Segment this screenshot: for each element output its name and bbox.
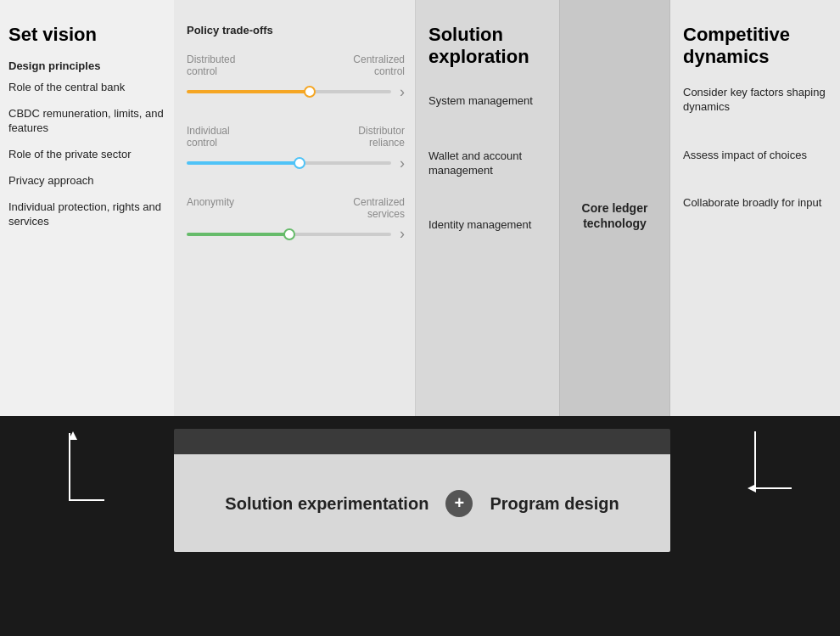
policy-title: Policy trade-offs (187, 24, 405, 37)
main-container: Set vision Design principles Role of the… (0, 0, 840, 416)
item-identity-management: Identity management (428, 218, 551, 233)
slider-labels-anonymity: Anonymity Centralized services (187, 196, 405, 221)
slider-track-container-anonymity: › (187, 225, 405, 243)
slider-labels-individual: Individual control Distributor reliance (187, 125, 405, 149)
col-core-ledger: Core ledger technology (560, 0, 670, 416)
slider-group-distributed: Distributed control Centralized control … (187, 53, 405, 101)
slider-group-individual: Individual control Distributor reliance … (187, 125, 405, 172)
col-competitive-dynamics: Competitive dynamics Consider key factor… (670, 0, 840, 416)
item-private-sector: Role of the private sector (8, 148, 165, 162)
item-protection: Individual protection, rights and servic… (8, 200, 165, 229)
slider-left-label-distributed: Distributed control (187, 53, 263, 78)
item-collaborate: Collaborate broadly for input (683, 196, 830, 211)
slider-right-label-individual: Distributor reliance (320, 125, 405, 149)
program-design-label: Program design (490, 493, 619, 514)
slider-track-blue[interactable] (187, 161, 391, 165)
bottom-box-inner: Solution experimentation + Program desig… (174, 454, 670, 552)
set-vision-title: Set vision (8, 24, 165, 46)
arrow-bottom-stub (69, 499, 104, 501)
bottom-box: Solution experimentation + Program desig… (174, 429, 670, 552)
arrow-left-container (748, 484, 792, 492)
slider-track-container-individual: › (187, 155, 405, 172)
arrow-left-line (756, 487, 792, 489)
chevron-right-icon-distributed: › (400, 83, 405, 101)
arrow-up-line (69, 433, 70, 501)
item-wallet-management: Wallet and account management (428, 149, 551, 178)
item-assess: Assess impact of choices (683, 149, 830, 163)
slider-track-green[interactable] (187, 233, 391, 236)
solution-title: Solution exploration (428, 24, 551, 69)
slider-group-anonymity: Anonymity Centralized services › (187, 196, 405, 244)
slider-labels-distributed: Distributed control Centralized control (187, 53, 405, 78)
plus-icon: + (445, 490, 473, 517)
col-solution-exploration: Solution exploration System management W… (416, 0, 560, 416)
slider-right-label-distributed: Centralized control (320, 53, 405, 78)
slider-thumb-blue[interactable] (294, 157, 305, 169)
slider-thumb-green[interactable] (283, 228, 295, 240)
chevron-right-icon-anonymity: › (400, 225, 405, 243)
solution-experimentation-label: Solution experimentation (225, 493, 428, 514)
competitive-title: Competitive dynamics (683, 24, 830, 69)
item-privacy: Privacy approach (8, 174, 165, 189)
col-set-vision: Set vision Design principles Role of the… (0, 0, 174, 416)
slider-left-label-anonymity: Anonymity (187, 196, 263, 208)
item-consider: Consider key factors shaping dynamics (683, 86, 830, 115)
arrow-left-head (748, 484, 756, 492)
slider-track-orange[interactable] (187, 90, 391, 93)
item-cbdc: CBDC remuneration, limits, and features (8, 107, 165, 136)
slider-right-label-anonymity: Centralized services (320, 196, 405, 221)
slider-track-container-distributed: › (187, 83, 405, 101)
design-principles-label: Design principles (8, 59, 165, 72)
right-vertical-stub (754, 431, 756, 486)
core-ledger-label: Core ledger technology (567, 200, 663, 231)
slider-thumb-orange[interactable] (304, 86, 316, 98)
chevron-right-icon-individual: › (400, 155, 405, 172)
col-policy-tradeoffs: Policy trade-offs Distributed control Ce… (174, 0, 416, 416)
item-central-bank: Role of the central bank (8, 81, 165, 95)
slider-left-label-individual: Individual control (187, 125, 263, 149)
bottom-section: Solution experimentation + Program desig… (0, 416, 840, 636)
arrow-up-head (69, 431, 77, 440)
item-system-management: System management (428, 94, 551, 109)
